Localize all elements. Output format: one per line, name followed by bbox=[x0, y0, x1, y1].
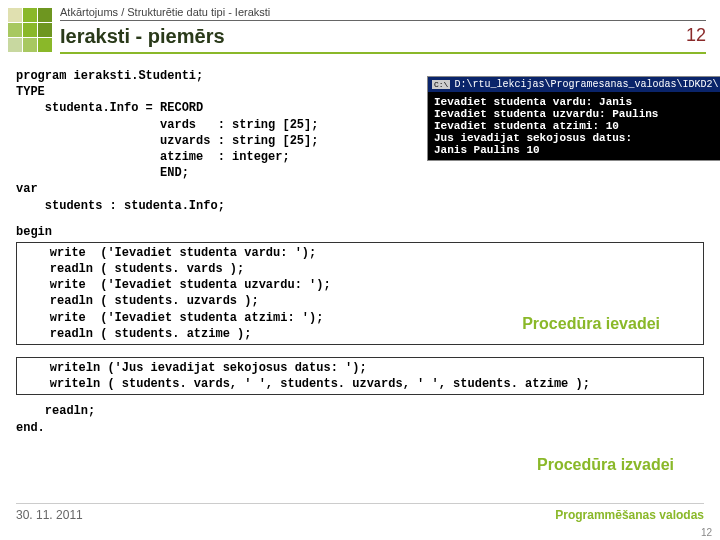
code-begin: begin bbox=[16, 224, 704, 240]
page-title: Ieraksti - piemērs 12 bbox=[60, 21, 706, 54]
code-tail: readln; end. bbox=[16, 403, 704, 435]
console-window: C:\ D:\rtu_lekcijas\Programesanas_valoda… bbox=[427, 76, 720, 161]
footer-date: 30. 11. 2011 bbox=[16, 508, 83, 522]
slide-footer: 30. 11. 2011 Programmēšanas valodas bbox=[16, 503, 704, 522]
page-number: 12 bbox=[701, 527, 712, 538]
title-block: Atkārtojums / Strukturētie datu tipi - I… bbox=[60, 6, 720, 54]
logo-icon bbox=[8, 8, 52, 52]
slide-header: Atkārtojums / Strukturētie datu tipi - I… bbox=[0, 0, 720, 54]
title-text: Ieraksti - piemērs bbox=[60, 25, 225, 48]
console-output: Ievadiet studenta vardu: Janis Ievadiet … bbox=[428, 92, 720, 160]
annotation-input: Procedūra ievadei bbox=[522, 315, 660, 333]
annotation-output: Procedūra izvadei bbox=[537, 456, 674, 474]
footer-course: Programmēšanas valodas bbox=[555, 508, 704, 522]
console-path: D:\rtu_lekcijas\Programesanas_valodas\ID… bbox=[454, 79, 718, 90]
code-output-block: writeln ('Jus ievadijat sekojosus datus:… bbox=[16, 357, 704, 395]
slide-number: 12 bbox=[686, 25, 706, 48]
breadcrumb: Atkārtojums / Strukturētie datu tipi - I… bbox=[60, 6, 706, 21]
console-titlebar: C:\ D:\rtu_lekcijas\Programesanas_valoda… bbox=[428, 77, 720, 92]
cmd-icon: C:\ bbox=[432, 80, 450, 89]
